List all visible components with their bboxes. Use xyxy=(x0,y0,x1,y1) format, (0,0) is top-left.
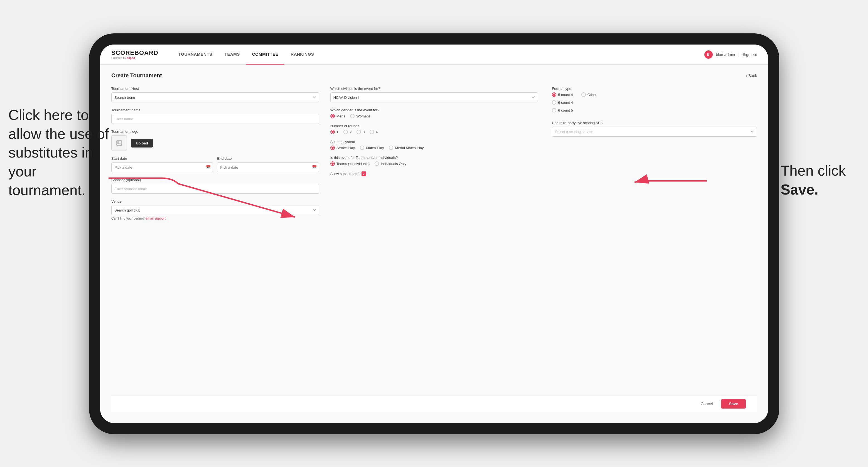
rounds-2[interactable]: 2 xyxy=(343,130,351,134)
format-6count5-radio[interactable] xyxy=(552,108,556,113)
rounds-label: Number of rounds xyxy=(330,124,538,128)
start-date-input[interactable] xyxy=(111,162,213,172)
venue-label: Venue xyxy=(111,199,319,204)
rounds-radio-group: 1 2 3 4 xyxy=(330,130,538,134)
annotation-left: Click here to allow the use of substitut… xyxy=(8,106,114,200)
teams-radio[interactable] xyxy=(330,161,335,166)
gender-mens[interactable]: Mens xyxy=(330,114,345,118)
logo-powered: Powered by clippd xyxy=(111,57,158,60)
rounds-1-radio[interactable] xyxy=(330,130,335,134)
gender-womens[interactable]: Womens xyxy=(350,114,370,118)
rounds-group: Number of rounds 1 2 xyxy=(330,124,538,134)
format-6count5-label: 6 count 5 xyxy=(558,108,573,113)
page-title: Create Tournament xyxy=(111,72,162,79)
format-other[interactable]: Other xyxy=(581,92,597,97)
cancel-button[interactable]: Cancel xyxy=(696,399,717,408)
start-date-calendar-icon: 📅 xyxy=(206,165,211,169)
individuals-radio[interactable] xyxy=(375,161,379,166)
page-content: Create Tournament ‹ Back Tournament Host… xyxy=(100,65,768,423)
gender-radio-group: Mens Womens xyxy=(330,114,538,118)
rounds-1[interactable]: 1 xyxy=(330,130,338,134)
end-date-label: End date xyxy=(217,156,319,161)
format-other-radio[interactable] xyxy=(581,92,586,97)
venue-help: Can't find your venue? email support xyxy=(111,217,319,220)
back-link[interactable]: ‹ Back xyxy=(746,73,757,78)
nav-committee[interactable]: COMMITTEE xyxy=(246,44,285,65)
dates-row: Start date 📅 End date 📅 xyxy=(111,156,319,172)
form-col-middle: Which division is the event for? NCAA Di… xyxy=(330,87,538,226)
event-individuals[interactable]: Individuals Only xyxy=(375,161,406,166)
svg-point-1 xyxy=(118,142,119,143)
end-date-input[interactable] xyxy=(217,162,319,172)
format-5count4-label: 5 count 4 xyxy=(558,93,573,97)
tournament-logo-group: Tournament logo Upload xyxy=(111,129,319,151)
venue-select[interactable]: Search golf club xyxy=(111,205,319,215)
sponsor-group: Sponsor (optional) xyxy=(111,178,319,194)
scoring-stroke[interactable]: Stroke Play xyxy=(330,146,355,150)
division-group: Which division is the event for? NCAA Di… xyxy=(330,87,538,102)
upload-button[interactable]: Upload xyxy=(131,139,153,148)
logo-scoreboard: SCOREBOARD xyxy=(111,49,158,57)
rounds-4[interactable]: 4 xyxy=(370,130,378,134)
substitutes-label: Allow substitutes? xyxy=(330,172,359,176)
api-label: Use third-party live scoring API? xyxy=(552,121,757,125)
format-other-label: Other xyxy=(587,93,597,97)
email-support-link[interactable]: email support xyxy=(146,217,165,220)
nav-avatar: B xyxy=(704,51,713,59)
match-play-label: Match Play xyxy=(366,146,384,150)
gender-group: Which gender is the event for? Mens Wome… xyxy=(330,108,538,118)
substitutes-checkbox[interactable] xyxy=(362,172,366,176)
mens-radio[interactable] xyxy=(330,114,335,118)
bottom-bar: Cancel Save xyxy=(111,395,757,412)
format-5count4-radio[interactable] xyxy=(552,92,556,97)
format-6count4-label: 6 count 4 xyxy=(558,100,573,105)
format-5count4[interactable]: 5 count 4 xyxy=(552,92,573,97)
nav-rankings[interactable]: RANKINGS xyxy=(284,44,320,65)
format-6count5[interactable]: 6 count 5 xyxy=(552,108,573,113)
start-date-label: Start date xyxy=(111,156,213,161)
api-group: Use third-party live scoring API? Select… xyxy=(552,121,757,137)
format-6count4[interactable]: 6 count 4 xyxy=(552,100,573,105)
stroke-play-label: Stroke Play xyxy=(337,146,355,150)
nav-right: B blair admin | Sign out xyxy=(704,51,757,59)
match-play-radio[interactable] xyxy=(360,146,364,150)
svg-rect-0 xyxy=(117,141,122,146)
tournament-name-input[interactable] xyxy=(111,114,319,124)
stroke-play-radio[interactable] xyxy=(330,146,335,150)
rounds-2-radio[interactable] xyxy=(343,130,348,134)
mens-label: Mens xyxy=(337,114,345,118)
tournament-host-group: Tournament Host Search team xyxy=(111,87,319,102)
rounds-3-radio[interactable] xyxy=(356,130,361,134)
scoring-label: Scoring system xyxy=(330,140,538,144)
logo-upload-area: Upload xyxy=(111,135,319,151)
tournament-host-select[interactable]: Search team xyxy=(111,92,319,102)
sponsor-input[interactable] xyxy=(111,184,319,194)
womens-radio[interactable] xyxy=(350,114,354,118)
save-button[interactable]: Save xyxy=(721,399,746,409)
womens-label: Womens xyxy=(356,114,370,118)
start-date-group: Start date 📅 xyxy=(111,156,213,172)
form-col-left: Tournament Host Search team Tournament n… xyxy=(111,87,319,226)
nav-teams[interactable]: TEAMS xyxy=(218,44,246,65)
scoring-group: Scoring system Stroke Play Match Play xyxy=(330,140,538,150)
format-6count4-radio[interactable] xyxy=(552,100,556,105)
nav-links: TOURNAMENTS TEAMS COMMITTEE RANKINGS xyxy=(172,44,320,65)
rounds-4-radio[interactable] xyxy=(370,130,374,134)
end-date-group: End date 📅 xyxy=(217,156,319,172)
tournament-logo-label: Tournament logo xyxy=(111,129,319,133)
sign-out-link[interactable]: Sign out xyxy=(743,52,757,57)
tablet-screen: SCOREBOARD Powered by clippd TOURNAMENTS… xyxy=(100,44,768,423)
navbar: SCOREBOARD Powered by clippd TOURNAMENTS… xyxy=(100,44,768,65)
medal-match-radio[interactable] xyxy=(389,146,393,150)
substitutes-group: Allow substitutes? xyxy=(330,172,538,176)
rounds-3[interactable]: 3 xyxy=(356,130,365,134)
api-select[interactable]: Select a scoring service xyxy=(552,127,757,137)
scoring-match[interactable]: Match Play xyxy=(360,146,384,150)
venue-group: Venue Search golf club Can't find your v… xyxy=(111,199,319,220)
scoring-medal[interactable]: Medal Match Play xyxy=(389,146,424,150)
nav-tournaments[interactable]: TOURNAMENTS xyxy=(172,44,218,65)
division-select[interactable]: NCAA Division I xyxy=(330,92,538,102)
event-teams[interactable]: Teams (+Individuals) xyxy=(330,161,370,166)
logo-area: SCOREBOARD Powered by clippd xyxy=(111,49,158,60)
nav-username: blair admin xyxy=(716,52,735,57)
